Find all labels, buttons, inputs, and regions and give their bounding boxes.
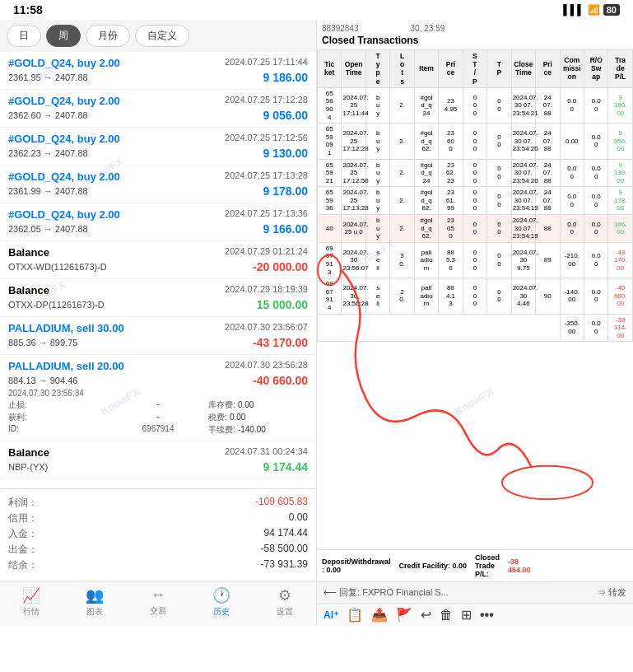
reply-button[interactable]: ⟵ 回复: FXPRO Financial S... [323, 586, 449, 599]
nav-settings[interactable]: ⚙ 设置 [253, 586, 316, 618]
cell-closeprice: 89 [536, 242, 560, 278]
cell-sl: 00 [463, 215, 486, 243]
tab-month[interactable]: 月份 [86, 25, 130, 47]
cell-price: 234.95 [439, 87, 463, 123]
cell-item: #gold_q62. [414, 215, 438, 243]
ai-plus-button[interactable]: AI⁺ [323, 609, 338, 621]
tx-storeloss-label: - [109, 399, 208, 411]
table-row: 6558904 2024.07.2517:11:44 buy 2. #gold_… [318, 87, 633, 123]
cell-lots: 2. [390, 87, 414, 123]
cell-pnl: 9056.00 [608, 124, 633, 159]
cell-tp: 00 [487, 159, 511, 187]
copy-icon-button[interactable]: 📋 [347, 607, 363, 623]
tx-time: 2024.07.30 23:56:28 [225, 360, 308, 370]
cell-item: #gold_q24 [414, 87, 438, 123]
list-item: PALLADIUM, sell 30.00 2024.07.30 23:56:0… [0, 317, 316, 355]
cell-type: sell [365, 242, 389, 278]
cell-total-commission: -350.00 [560, 314, 584, 342]
tx-prices: 2362.23 → 2407.88 [8, 148, 88, 158]
forward-icon-button[interactable]: 📤 [371, 607, 388, 623]
cell-closeprice: 88 [536, 215, 560, 243]
cell-pnl: 9130.00 [608, 159, 633, 187]
more-icon-button[interactable]: ••• [480, 608, 494, 623]
cell-tp: 00 [487, 124, 511, 159]
cell-price: 2361.99 [439, 187, 463, 215]
balance-label: 结余： [8, 558, 38, 572]
tx-amount: 9 166.00 [263, 222, 309, 236]
tx-amount: -40 660.00 [253, 374, 308, 387]
tx-time: 2024.07.29 18:19:39 [225, 284, 308, 294]
cell-tp: 00 [487, 87, 511, 123]
cell-swap: 0.00 [584, 187, 607, 215]
flag-icon-button[interactable]: 🚩 [396, 607, 412, 623]
tx-handlingfee-label: 手续费: -140.00 [208, 424, 308, 436]
table-row: 40 2024.07.25 u 0 buy 2. #gold_q62. 2305… [318, 215, 633, 243]
tx-name: PALLADIUM, sell 30.00 [8, 322, 124, 334]
col-price: Price [439, 50, 463, 88]
nav-market[interactable]: 📈 行情 [0, 586, 63, 618]
tx-profit-label: 获利: [8, 412, 108, 423]
nav-chart[interactable]: 👥 图表 [63, 586, 127, 618]
cell-swap: 0.00 [584, 87, 607, 123]
time: 11:58 [13, 3, 43, 16]
col-tp: TP [487, 50, 511, 88]
cell-type: buy [365, 187, 389, 215]
cell-swap: 0.00 [584, 159, 607, 187]
cell-opentime: 2024.07.3023:56:07 [342, 242, 365, 278]
delete-icon-button[interactable]: 🗑 [440, 608, 453, 623]
tab-week[interactable]: 周 [46, 25, 81, 47]
reply-bar: ⟵ 回复: FXPRO Financial S... ⇒ 转发 [317, 581, 633, 603]
reply-icon-button[interactable]: ↩ [421, 607, 431, 623]
cell-ticket: 6558904 [318, 87, 342, 123]
cell-opentime: 2024.07.3023:56:28 [342, 278, 365, 314]
tx-name: Balance [8, 246, 49, 259]
cell-sl: 000 [463, 278, 486, 314]
deposit-withdrawal-label: Deposit/Withdrawal: 0.00 [322, 558, 390, 574]
cell-commission: 0.00 [560, 159, 584, 187]
tx-name: #GOLD_Q24, buy 2.00 [8, 170, 120, 183]
cell-pnl: 166.00 [608, 215, 633, 243]
signal-icon: ▌▌▌ [563, 4, 584, 16]
cell-closetime: 2024.07.30 07.23:54:19 [511, 187, 535, 215]
balance-value: -73 931.39 [261, 558, 308, 572]
rp-date: 30, 23:59 [411, 24, 445, 33]
cell-item: #gold_q62. [414, 124, 438, 159]
summary-section: 利润： -109 605.83 信用： 0.00 入金： 94 174.44 出… [0, 488, 316, 581]
closed-trade-value: -38464.00 [508, 558, 531, 574]
grid-icon-button[interactable]: ⊞ [461, 607, 472, 623]
col-type: Type [365, 50, 389, 88]
tx-prices: 2361.99 → 2407.88 [8, 186, 88, 196]
list-item: #GOLD_Q24, buy 2.00 2024.07.25 17:12:56 … [0, 128, 316, 166]
table-row-total: -350.00 0.00 -38114.00 [318, 314, 633, 342]
tab-bar: 日 周 月份 自定义 [0, 20, 316, 52]
tab-day[interactable]: 日 [7, 25, 41, 47]
nav-trade-label: 交易 [150, 605, 166, 617]
nav-history[interactable]: 🕐 历史 [189, 586, 253, 618]
tx-time: 2024.07.31 00:24:34 [225, 446, 308, 456]
rp-bottom: Deposit/Withdrawal: 0.00 Credit Facility… [317, 549, 633, 581]
cell-swap: 0.00 [584, 242, 607, 278]
cell-pnl: -43170.00 [608, 242, 633, 278]
nav-trade[interactable]: ↔ 交易 [127, 586, 190, 618]
tab-custom[interactable]: 自定义 [135, 25, 189, 47]
cell-total-pnl: -38114.00 [608, 314, 633, 342]
col-sl: ST/P [463, 50, 486, 88]
cell-type: sell [365, 278, 389, 314]
tx-detail-date: 2024.07.30 23:56:34 [8, 389, 84, 398]
cell-ticket: 6967913 [318, 242, 342, 278]
right-panel: 88392843 30, 23:59 Closed Transactions T… [317, 20, 633, 626]
closed-transactions-table-wrapper: Ticket OpenTime Type Lots Item Price ST/… [317, 49, 633, 549]
cell-lots: 30. [390, 242, 414, 278]
cell-sl: 000 [463, 242, 486, 278]
tx-prices: 2361.95 → 2407.88 [8, 72, 88, 82]
closed-trade-label: ClosedTradeP/L: [475, 553, 500, 578]
cell-commission: -140.00 [560, 278, 584, 314]
cell-sl: 000 [463, 187, 486, 215]
cell-opentime: 2024.07.25 u 0 [342, 215, 365, 243]
cell-commission: 0.00 [560, 124, 584, 159]
forward-button[interactable]: ⇒ 转发 [597, 586, 626, 599]
transaction-list: #GOLD_Q24, buy 2.00 2024.07.25 17:11:44 … [0, 52, 316, 488]
cell-empty [318, 314, 561, 342]
col-pnl: TradeP/L [608, 50, 633, 88]
cell-type: buy [365, 124, 389, 159]
